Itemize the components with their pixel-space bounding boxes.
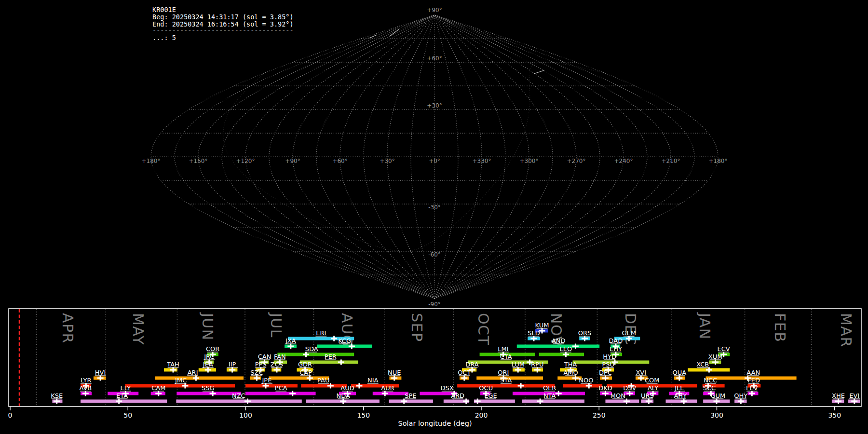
lat-label: +90° [427,7,442,14]
shower-label-DPC: DPC [599,369,612,376]
shower-label-JMC: JMC [175,377,187,384]
shower-label-KCG: KCG [338,337,351,344]
shower-label-PER: PER [325,353,337,360]
shower-label-XVI: XVI [636,369,646,376]
shower-label-ECV: ECV [718,345,730,353]
x-tick-label: 0 [8,411,13,419]
shower-label-CAM: CAM [151,384,165,392]
shower-label-EGE: EGE [484,392,497,399]
shower-label-XUM: XUM [708,353,723,360]
shower-label-IIP: IIP [229,361,236,368]
shower-bar-NZC [176,400,301,403]
shower-label-ELY: ELY [121,384,131,392]
shower-label-ERI: ERI [316,329,326,337]
shower-label-AHY: AHY [674,392,687,399]
lat-label: +30° [427,102,442,109]
shower-label-NIA: NIA [367,377,379,384]
shower-bar-PCA [245,392,316,395]
shower-label-NZC: NZC [232,392,245,399]
shower-label-SLD: SLD [528,329,540,337]
shower-label-LYR: LYR [81,377,92,384]
shower-label-QUA: QUA [673,369,687,376]
lon-label: +0° [429,158,440,164]
lat-label: -30° [428,204,441,211]
lon-label: +240° [614,158,633,164]
shower-label-ETA: ETA [116,392,128,399]
shower-bar-NOO [563,384,603,388]
lon-label: +270° [567,158,586,164]
shower-bar-JPE [245,384,298,388]
shower-label-JRC: JRC [203,353,214,360]
month-label: MAR [838,313,854,348]
x-tick-label: 300 [710,411,723,419]
shower-label-CAN: CAN [258,353,271,360]
x-tick-label: 250 [593,411,606,419]
shower-label-SCC: SCC [703,384,716,392]
shower-label-COR: COR [206,345,219,353]
shower-label-ARI: ARI [188,369,198,376]
shower-label-PPS: PPS [255,361,267,368]
shower-label-HVI: HVI [95,369,106,376]
shower-label-DSV: DSV [623,384,636,392]
lon-label: +150° [189,158,208,164]
lat-label: +60° [427,55,442,62]
shower-label-LEO: LEO [560,345,572,353]
shower-label-AND: AND [552,337,566,344]
shower-label-XHE: XHE [832,392,845,399]
month-label: APR [59,313,76,344]
shower-label-ARD: ARD [451,392,464,399]
shower-label-TAH: TAH [166,361,179,368]
shower-label-NOO: NOO [579,377,593,384]
shower-label-JXA: JXA [285,337,296,344]
shower-label-XCB: XCB [696,361,709,368]
x-tick-label: 350 [828,411,841,419]
x-axis-title: Solar longitude (deg) [398,420,472,427]
shower-label-ORI: ORI [498,369,509,376]
month-label: JAN [696,312,713,340]
shower-label-NCC: NCC [704,377,717,384]
shower-label-GEM: GEM [622,329,637,337]
shower-label-LUM: LUM [512,361,525,368]
shower-label-DSX: DSX [441,384,454,392]
shower-label-CTA: CTA [500,353,512,360]
shower-label-NTA: NTA [543,392,556,399]
shower-label-EVI: EVI [849,392,859,399]
shower-label-EHY: EHY [610,345,622,353]
shower-label-AVB: AVB [79,384,92,392]
shower-bar-AND [517,345,599,348]
shower-label-SZC: SZC [250,369,263,376]
shower-bar-AUR [373,392,408,395]
shower-label-THA: THA [564,361,577,368]
shower-label-GUM: GUM [711,392,726,399]
shower-label-ZCS: ZCS [271,361,283,368]
shower-label-AAN: AAN [746,369,760,376]
x-tick-label: 50 [123,411,132,419]
lon-label: +90° [285,158,300,164]
shower-label-LMI: LMI [498,345,508,353]
separator: ------------------------------------ [152,26,294,34]
shower-label-AMO: AMO [563,369,578,376]
meteor-count: ...: 5 [152,34,176,41]
shower-bar-KCG [317,345,372,348]
shower-label-PCA: PCA [275,384,287,392]
lat-label: -90° [428,301,441,308]
shower-bar-SPE [389,400,433,403]
shower-label-OHY: OHY [734,392,747,399]
shower-label-SSG: SSG [202,384,215,392]
begin-time: Beg: 20250324 14:31:17 (sol = 3.85°) [152,13,294,21]
background [0,0,868,434]
month-label: JUN [199,312,216,341]
lon-label: +30° [380,158,394,164]
shower-label-JPE: JPE [262,377,272,384]
shower-label-SPE: SPE [405,392,416,399]
shower-label-PAU: PAU [317,377,329,384]
shower-label-AUD: AUD [340,384,354,392]
lon-label: +60° [332,158,347,164]
shower-label-MON: MON [610,392,625,399]
shower-label-URS: URS [641,392,654,399]
shower-label-OCT: OCT [458,369,471,376]
x-tick-label: 100 [239,411,252,419]
month-label: OCT [475,313,492,345]
shower-label-COM: COM [645,377,660,384]
shower-bar-NTA [522,400,584,403]
